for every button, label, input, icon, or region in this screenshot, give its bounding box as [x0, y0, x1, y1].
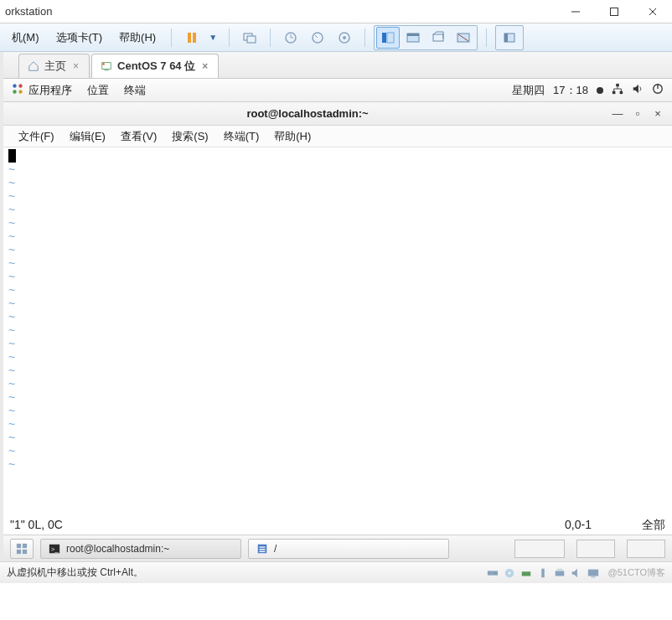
gnome-places[interactable]: 位置	[87, 83, 109, 98]
tab-home-close[interactable]: ×	[71, 60, 80, 72]
task-files[interactable]: /	[248, 539, 449, 559]
svg-rect-54	[591, 576, 595, 577]
stretch-button[interactable]	[452, 27, 475, 49]
vm-icon	[101, 60, 112, 72]
svg-rect-30	[616, 84, 619, 87]
svg-rect-32	[620, 91, 623, 95]
cd-icon[interactable]	[503, 566, 516, 580]
tab-home[interactable]: 主页 ×	[18, 54, 90, 78]
send-ctrl-alt-del-button[interactable]	[238, 27, 261, 49]
terminal-menu-edit[interactable]: 编辑(E)	[63, 127, 112, 147]
network-icon[interactable]	[612, 83, 623, 97]
gnome-time[interactable]: 17：18	[553, 83, 588, 98]
vim-status-left: "1" 0L, 0C	[10, 518, 63, 533]
terminal-maximize-button[interactable]: ▫	[630, 106, 645, 121]
separator	[171, 28, 172, 47]
svg-rect-18	[433, 34, 443, 41]
separator	[486, 28, 487, 47]
fullscreen-button[interactable]	[401, 27, 425, 49]
power-dropdown[interactable]: ▼	[205, 33, 220, 42]
svg-point-26	[13, 84, 16, 87]
vmware-menubar: 机(M) 选项卡(T) 帮助(H) ▼	[0, 23, 672, 52]
task-tray-1[interactable]	[576, 540, 615, 558]
unity-button[interactable]	[426, 27, 450, 49]
terminal-body[interactable]: ~~~~~~~~~~~~~~~~~~~~~~~	[3, 147, 672, 516]
snapshot-manager-button[interactable]	[333, 27, 356, 49]
menu-help[interactable]: 帮助(H)	[112, 27, 163, 49]
svg-rect-15	[387, 33, 394, 43]
task-input-method[interactable]	[514, 540, 565, 558]
tab-vm[interactable]: CentOS 7 64 位 ×	[91, 54, 219, 78]
hdd-icon[interactable]	[486, 566, 499, 580]
window-controls	[556, 0, 672, 23]
gnome-terminal-menu[interactable]: 终端	[124, 83, 146, 98]
gnome-day[interactable]: 星期四	[512, 83, 545, 98]
terminal-minimize-button[interactable]: —	[610, 106, 625, 121]
task-terminal[interactable]: >_ root@localhostadmin:~	[40, 539, 241, 559]
terminal-menu-help[interactable]: 帮助(H)	[267, 127, 318, 147]
separator	[364, 28, 365, 47]
vim-status-line: "1" 0L, 0C 0,0-1 全部	[3, 516, 672, 535]
vmware-title: orkstation	[5, 5, 52, 18]
terminal-titlebar[interactable]: root@localhostadmin:~ — ▫ ×	[3, 102, 672, 126]
printer-icon[interactable]	[553, 566, 566, 580]
console-view-button[interactable]	[376, 27, 400, 49]
svg-rect-14	[382, 33, 386, 43]
svg-point-29	[18, 90, 22, 93]
svg-point-13	[343, 36, 346, 39]
watermark: @51CTO博客	[608, 566, 665, 579]
terminal-menubar: 文件(F) 编辑(E) 查看(V) 搜索(S) 终端(T) 帮助(H)	[3, 126, 672, 147]
power-group: ▼	[180, 27, 220, 49]
svg-rect-1	[611, 8, 618, 15]
menu-machine[interactable]: 机(M)	[5, 27, 46, 49]
recording-indicator-icon	[597, 87, 603, 94]
terminal-window: root@localhostadmin:~ — ▫ × 文件(F) 编辑(E) …	[3, 102, 672, 535]
terminal-close-button[interactable]: ×	[650, 106, 665, 121]
maximize-button[interactable]	[595, 0, 633, 23]
pause-button[interactable]	[180, 27, 204, 49]
svg-rect-5	[193, 33, 196, 43]
view-mode-group	[374, 25, 478, 50]
library-button[interactable]	[498, 27, 521, 49]
volume-icon[interactable]	[632, 83, 644, 97]
terminal-icon: >_	[48, 542, 61, 555]
snapshot-revert-button[interactable]	[306, 27, 329, 49]
terminal-menu-terminal[interactable]: 终端(T)	[217, 127, 266, 147]
svg-point-48	[508, 571, 510, 574]
terminal-menu-file[interactable]: 文件(F)	[12, 127, 61, 147]
usb-icon[interactable]	[536, 566, 550, 580]
svg-rect-36	[23, 543, 27, 547]
gnome-applications[interactable]: 应用程序	[12, 83, 72, 98]
vmware-status-bar: 从虚拟机中移出或按 Ctrl+Alt。 @51CTO博客	[0, 561, 672, 583]
show-desktop-button[interactable]	[10, 539, 34, 559]
menu-tabs[interactable]: 选项卡(T)	[49, 27, 110, 49]
svg-rect-44	[260, 550, 266, 551]
terminal-title: root@localhostadmin:~	[10, 107, 605, 120]
svg-rect-50	[541, 568, 545, 577]
library-group	[495, 25, 524, 50]
terminal-menu-view[interactable]: 查看(V)	[114, 127, 163, 147]
gnome-applications-label: 应用程序	[28, 83, 72, 98]
svg-rect-35	[17, 543, 21, 547]
close-button[interactable]	[633, 0, 672, 23]
task-tray-2[interactable]	[627, 540, 665, 558]
svg-point-25	[102, 63, 105, 65]
tab-vm-close[interactable]: ×	[200, 60, 209, 72]
svg-text:>_: >_	[51, 545, 59, 552]
files-icon	[256, 542, 269, 555]
svg-rect-43	[260, 549, 266, 550]
terminal-menu-search[interactable]: 搜索(S)	[165, 127, 215, 147]
svg-rect-24	[104, 70, 108, 70]
svg-rect-53	[587, 569, 597, 576]
svg-point-46	[494, 572, 496, 574]
vim-status-right: 全部	[642, 518, 665, 533]
power-icon[interactable]	[652, 83, 664, 97]
display-icon[interactable]	[587, 566, 600, 580]
minimize-button[interactable]	[556, 0, 595, 23]
network-adapter-icon[interactable]	[520, 566, 533, 580]
sound-card-icon[interactable]	[570, 566, 583, 580]
task-terminal-label: root@localhostadmin:~	[66, 543, 169, 555]
svg-rect-17	[407, 34, 419, 36]
svg-rect-7	[247, 36, 256, 43]
snapshot-take-button[interactable]	[279, 27, 302, 49]
